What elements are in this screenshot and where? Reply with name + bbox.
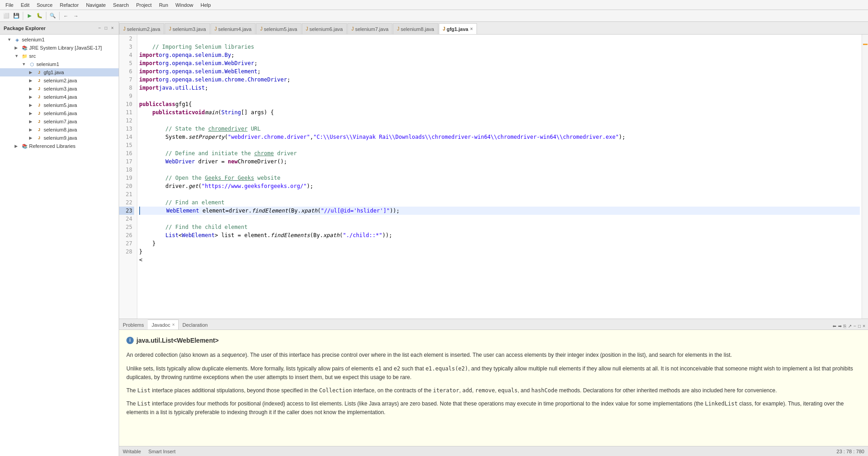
tree-item-jre[interactable]: ▶ 📚 JRE System Library [JavaSE-17] (0, 44, 119, 52)
java-file-icon-s9: J (35, 134, 43, 142)
expand-arrow-selenium5[interactable]: ▶ (29, 103, 35, 107)
ln-28: 28 (119, 248, 134, 256)
panel-close-btn[interactable]: × (110, 25, 115, 31)
tab-icon-gfg1: J (443, 26, 446, 31)
ln-12: 12 (119, 117, 134, 125)
tab-selenium3[interactable]: J selenium3.java (165, 23, 210, 34)
forward-btn[interactable]: → (71, 11, 80, 20)
package-explorer-panel: Package Explorer − □ × ▼ ◈ selenium1 ▶ 📚 (0, 22, 119, 456)
expand-arrow-selenium7[interactable]: ▶ (29, 119, 35, 124)
java-file-icon-s6: J (35, 110, 43, 117)
ln-21: 21 (119, 190, 134, 198)
menu-file[interactable]: File (2, 1, 17, 9)
bottom-nav-back[interactable]: ⬅ (832, 323, 837, 329)
expand-arrow-selenium9[interactable]: ▶ (29, 136, 35, 140)
tab-selenium8[interactable]: J selenium8.java (393, 23, 438, 34)
tree-item-selenium9[interactable]: ▶ J selenium9.java (0, 134, 119, 142)
expand-arrow-selenium1[interactable]: ▼ (7, 37, 14, 42)
javadoc-tab-close[interactable]: × (172, 322, 175, 327)
bottom-open-btn[interactable]: ↗ (847, 323, 853, 329)
expand-arrow-selenium8[interactable]: ▶ (29, 127, 35, 132)
panel-max-btn[interactable]: □ (103, 25, 109, 31)
menu-project[interactable]: Project (132, 1, 155, 9)
declaration-tab-label: Declaration (182, 322, 208, 328)
expand-arrow-pkg[interactable]: ▼ (22, 62, 28, 66)
bottom-min-btn[interactable]: − (853, 323, 857, 329)
tree-item-selenium8[interactable]: ▶ J selenium8.java (0, 126, 119, 134)
reflibs-icon: 📚 (21, 142, 28, 150)
expand-arrow-selenium6[interactable]: ▶ (29, 111, 35, 116)
tree-item-selenium1[interactable]: ▼ ◈ selenium1 (0, 35, 119, 44)
menu-help[interactable]: Help (197, 1, 215, 9)
right-panel: J selenium2.java J selenium3.java J sele… (119, 22, 868, 456)
menu-search[interactable]: Search (110, 1, 133, 9)
menu-refactor[interactable]: Refactor (56, 1, 83, 9)
ln-16: 16 (119, 149, 134, 157)
expand-arrow-src[interactable]: ▼ (15, 54, 21, 58)
save-btn[interactable]: 💾 (12, 11, 21, 20)
tab-icon-s6: J (306, 26, 308, 31)
tree-item-gfg1[interactable]: ▶ J gfg1.java (0, 68, 119, 76)
panel-min-btn[interactable]: − (97, 25, 102, 31)
menu-navigate[interactable]: Navigate (82, 1, 109, 9)
back-btn[interactable]: ← (61, 11, 70, 20)
bottom-close-btn[interactable]: × (862, 323, 866, 329)
tab-icon-s7: J (351, 26, 354, 31)
menu-edit[interactable]: Edit (17, 1, 33, 9)
tree-item-src[interactable]: ▼ 📁 src (0, 52, 119, 60)
new-btn[interactable]: ⬜ (2, 11, 11, 20)
tree-item-reflibs[interactable]: ▶ 📚 Referenced Libraries (0, 142, 119, 150)
bottom-copy-btn[interactable]: ⎘ (843, 323, 847, 329)
tab-label-selenium8: selenium8.java (401, 26, 434, 32)
menu-run[interactable]: Run (156, 1, 172, 9)
code-line-7: import org.openqa.selenium.chrome.Chrome… (139, 76, 860, 84)
code-line-8: import java.util.List; (139, 84, 860, 92)
tab-icon-s2: J (123, 26, 125, 31)
code-line-24 (139, 215, 860, 223)
tab-selenium7[interactable]: J selenium7.java (347, 23, 392, 34)
tab-label-selenium2: selenium2.java (127, 26, 160, 32)
tree-item-selenium7[interactable]: ▶ J selenium7.java (0, 117, 119, 126)
tab-javadoc[interactable]: Javadoc × (148, 319, 179, 329)
marker-bar (862, 35, 868, 319)
tree-item-selenium4[interactable]: ▶ J selenium4.java (0, 93, 119, 101)
toolbar-sep-1 (23, 12, 23, 20)
tab-problems[interactable]: Problems (119, 319, 148, 329)
run-btn[interactable]: ▶ (25, 11, 34, 20)
tree-item-pkg-selenium1[interactable]: ▼ ⬡ selenium1 (0, 60, 119, 68)
expand-arrow-selenium3[interactable]: ▶ (29, 86, 35, 91)
bottom-max-btn[interactable]: □ (857, 323, 862, 329)
code-line-14: System.setProperty("webdriver.chrome.dri… (139, 133, 860, 141)
menu-window[interactable]: Window (172, 1, 197, 9)
bottom-nav-forward[interactable]: ➡ (837, 323, 843, 329)
expand-arrow-reflibs[interactable]: ▶ (15, 144, 21, 148)
tab-icon-s8: J (397, 26, 399, 31)
tree-label-selenium3: selenium3.java (44, 86, 77, 91)
tab-selenium4[interactable]: J selenium4.java (211, 23, 256, 34)
tree-item-selenium5[interactable]: ▶ J selenium5.java (0, 101, 119, 109)
debug-btn[interactable]: 🐛 (35, 11, 44, 20)
tab-selenium5[interactable]: J selenium5.java (256, 23, 301, 34)
search-btn[interactable]: 🔍 (48, 11, 57, 20)
expand-arrow-selenium2[interactable]: ▶ (29, 78, 35, 83)
tab-selenium6[interactable]: J selenium6.java (302, 23, 347, 34)
ln-25: 25 (119, 223, 134, 231)
expand-arrow-jre[interactable]: ▶ (15, 46, 21, 50)
javadoc-para-2: Unlike sets, lists typically allow dupli… (126, 365, 861, 382)
tree-item-selenium2[interactable]: ▶ J selenium2.java (0, 76, 119, 85)
tab-declaration[interactable]: Declaration (179, 319, 212, 329)
menu-source[interactable]: Source (33, 1, 56, 9)
expand-arrow-gfg1[interactable]: ▶ (29, 70, 35, 75)
expand-arrow-selenium4[interactable]: ▶ (29, 95, 35, 99)
editor-area[interactable]: 2 3 4 5 6 7 8 9 10 11 12 13 14 15 16 17 (119, 35, 868, 319)
ln-18: 18 (119, 166, 134, 174)
tree-item-selenium6[interactable]: ▶ J selenium6.java (0, 109, 119, 117)
tree-item-selenium3[interactable]: ▶ J selenium3.java (0, 85, 119, 93)
tree-label-selenium4: selenium4.java (44, 94, 77, 100)
tab-gfg1[interactable]: J gfg1.java × (439, 23, 477, 34)
code-area[interactable]: // Importing Selenium libraries import o… (137, 35, 862, 319)
tab-close-gfg1[interactable]: × (470, 26, 473, 31)
javadoc-tab-label: Javadoc (151, 322, 170, 328)
tab-selenium2[interactable]: J selenium2.java (119, 23, 164, 34)
line-numbers: 2 3 4 5 6 7 8 9 10 11 12 13 14 15 16 17 (119, 35, 137, 319)
